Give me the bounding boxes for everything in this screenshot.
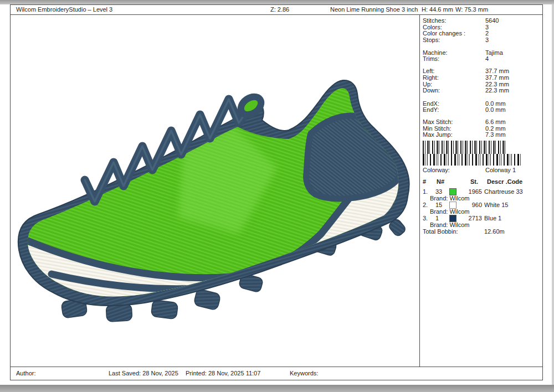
author-label: Author: — [16, 370, 35, 376]
total-bobbin-row: Total Bobbin: 12.60m — [423, 228, 540, 235]
stat-row: Trims:4 — [423, 55, 540, 62]
stat-row: Down:22.3 mm — [423, 87, 540, 94]
shoe-embroidery-design — [17, 63, 417, 323]
colorway-label: Colorway: — [423, 167, 450, 173]
stat-row: Max Stitch:6.6 mm — [423, 118, 540, 125]
print-preview: { "header": { "app_title": "Wilcom Embro… — [0, 0, 554, 392]
design-info-panel: Stitches:5640 Colors:3 Color changes :2 … — [419, 15, 542, 367]
colorway-row: Colorway: Colorway 1 — [423, 167, 540, 173]
stat-row: Stitches:5640 — [423, 17, 540, 24]
desktop-strip-bottom — [0, 385, 554, 392]
desktop-strip-right — [552, 4, 554, 385]
stat-row: Color changes :2 — [423, 30, 540, 37]
stat-row: Left:37.7 mm — [423, 68, 540, 74]
design-name: Neon Lime Running Shoe 3 inch — [330, 6, 418, 13]
worksheet-body: Stitches:5640 Colors:3 Color changes :2 … — [11, 15, 542, 367]
last-saved: Last Saved: 28 Nov, 2025 — [109, 370, 178, 376]
design-height: H: 44.6 mm — [422, 6, 453, 13]
colorway-value: Colorway 1 — [485, 167, 516, 173]
design-width: W: 75.3 mm — [455, 6, 488, 13]
stat-row: Right:37.7 mm — [423, 74, 540, 81]
total-bobbin-value: 12.60m — [484, 228, 505, 235]
design-barcode-bottom — [423, 154, 521, 166]
worksheet-page: Wilcom EmbroideryStudio – Level 3 Z: 2.8… — [10, 4, 543, 380]
desktop-strip-top — [0, 0, 554, 4]
shoe-heel-patch — [306, 116, 400, 199]
zoom-factor: Z: 2.86 — [270, 6, 289, 13]
stat-row: Max Jump:7.3 mm — [423, 131, 540, 138]
printed-date: Printed: 28 Nov, 2025 11:07 — [186, 370, 260, 376]
worksheet-footer: Author: Last Saved: 28 Nov, 2025 Printed… — [11, 367, 542, 380]
app-title: Wilcom EmbroideryStudio – Level 3 — [16, 6, 112, 13]
design-preview-area — [11, 15, 419, 367]
worksheet-header: Wilcom EmbroideryStudio – Level 3 Z: 2.8… — [11, 5, 542, 15]
stat-row: EndY:0.0 mm — [423, 106, 540, 113]
total-bobbin-label: Total Bobbin: — [423, 228, 458, 235]
design-barcode-top — [423, 141, 507, 154]
keywords-label: Keywords: — [290, 370, 318, 376]
stat-row: Stops:3 — [423, 37, 540, 43]
